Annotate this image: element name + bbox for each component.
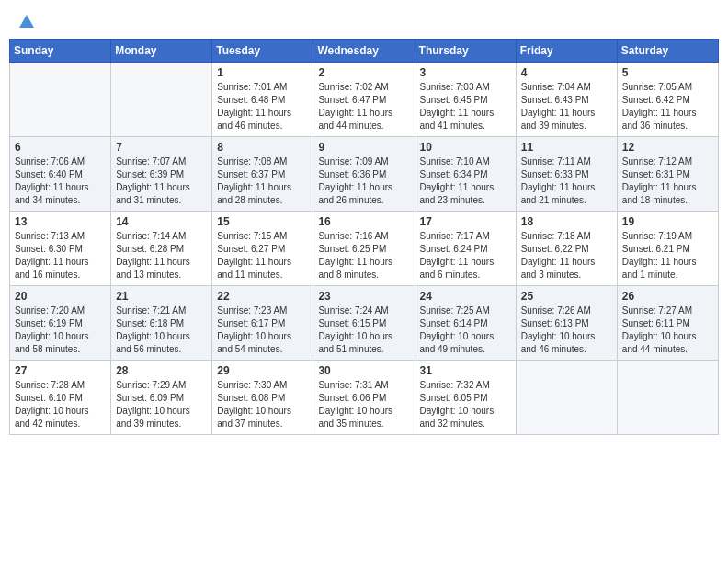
day-number: 2 [318, 66, 409, 79]
calendar-cell: 2Sunrise: 7:02 AMSunset: 6:47 PMDaylight… [313, 63, 415, 137]
calendar-cell: 29Sunrise: 7:30 AMSunset: 6:08 PMDayligh… [212, 361, 313, 435]
day-number: 28 [116, 364, 207, 377]
day-number: 12 [622, 141, 713, 154]
calendar-cell: 26Sunrise: 7:27 AMSunset: 6:11 PMDayligh… [617, 286, 718, 361]
day-number: 30 [318, 364, 409, 377]
day-number: 11 [521, 141, 612, 154]
day-number: 22 [217, 290, 308, 303]
day-number: 23 [318, 290, 409, 303]
calendar-cell: 20Sunrise: 7:20 AMSunset: 6:19 PMDayligh… [10, 286, 111, 361]
cell-content: Sunrise: 7:23 AMSunset: 6:17 PMDaylight:… [217, 304, 308, 356]
cell-content: Sunrise: 7:12 AMSunset: 6:31 PMDaylight:… [622, 155, 713, 207]
day-header-monday: Monday [111, 40, 212, 63]
cell-content: Sunrise: 7:01 AMSunset: 6:48 PMDaylight:… [217, 81, 308, 132]
days-header-row: SundayMondayTuesdayWednesdayThursdayFrid… [10, 40, 719, 63]
calendar-cell: 22Sunrise: 7:23 AMSunset: 6:17 PMDayligh… [212, 286, 313, 361]
cell-content: Sunrise: 7:14 AMSunset: 6:28 PMDaylight:… [116, 230, 207, 282]
calendar-cell: 11Sunrise: 7:11 AMSunset: 6:33 PMDayligh… [516, 137, 617, 212]
cell-content: Sunrise: 7:06 AMSunset: 6:40 PMDaylight:… [15, 155, 106, 207]
day-number: 29 [217, 364, 308, 377]
week-row-2: 6Sunrise: 7:06 AMSunset: 6:40 PMDaylight… [10, 137, 719, 212]
day-number: 25 [521, 290, 612, 303]
day-number: 20 [15, 290, 106, 303]
calendar-cell [10, 63, 111, 137]
calendar-cell: 25Sunrise: 7:26 AMSunset: 6:13 PMDayligh… [516, 286, 617, 361]
cell-content: Sunrise: 7:29 AMSunset: 6:09 PMDaylight:… [116, 379, 207, 431]
cell-content: Sunrise: 7:18 AMSunset: 6:22 PMDaylight:… [521, 230, 612, 282]
calendar-cell: 12Sunrise: 7:12 AMSunset: 6:31 PMDayligh… [617, 137, 718, 212]
calendar-cell: 16Sunrise: 7:16 AMSunset: 6:25 PMDayligh… [313, 212, 415, 286]
logo-icon [18, 13, 35, 29]
calendar-cell: 21Sunrise: 7:21 AMSunset: 6:18 PMDayligh… [111, 286, 212, 361]
day-number: 5 [622, 66, 713, 79]
cell-content: Sunrise: 7:04 AMSunset: 6:43 PMDaylight:… [521, 81, 612, 132]
calendar-cell: 31Sunrise: 7:32 AMSunset: 6:05 PMDayligh… [415, 361, 516, 435]
day-number: 26 [622, 290, 713, 303]
calendar-cell: 8Sunrise: 7:08 AMSunset: 6:37 PMDaylight… [212, 137, 313, 212]
cell-content: Sunrise: 7:31 AMSunset: 6:06 PMDaylight:… [318, 379, 409, 431]
cell-content: Sunrise: 7:28 AMSunset: 6:10 PMDaylight:… [15, 379, 106, 431]
day-number: 24 [420, 290, 511, 303]
calendar-cell: 10Sunrise: 7:10 AMSunset: 6:34 PMDayligh… [415, 137, 516, 212]
calendar-cell: 18Sunrise: 7:18 AMSunset: 6:22 PMDayligh… [516, 212, 617, 286]
cell-content: Sunrise: 7:08 AMSunset: 6:37 PMDaylight:… [217, 155, 308, 207]
calendar-cell: 24Sunrise: 7:25 AMSunset: 6:14 PMDayligh… [415, 286, 516, 361]
cell-content: Sunrise: 7:24 AMSunset: 6:15 PMDaylight:… [318, 304, 409, 356]
calendar-cell: 1Sunrise: 7:01 AMSunset: 6:48 PMDaylight… [212, 63, 313, 137]
cell-content: Sunrise: 7:27 AMSunset: 6:11 PMDaylight:… [622, 304, 713, 356]
day-number: 27 [15, 364, 106, 377]
cell-content: Sunrise: 7:03 AMSunset: 6:45 PMDaylight:… [420, 81, 511, 132]
day-number: 1 [217, 66, 308, 79]
week-row-3: 13Sunrise: 7:13 AMSunset: 6:30 PMDayligh… [10, 212, 719, 286]
day-number: 3 [420, 66, 511, 79]
week-row-1: 1Sunrise: 7:01 AMSunset: 6:48 PMDaylight… [10, 63, 719, 137]
day-number: 7 [116, 141, 207, 154]
day-header-thursday: Thursday [415, 40, 516, 63]
calendar-cell: 27Sunrise: 7:28 AMSunset: 6:10 PMDayligh… [10, 361, 111, 435]
cell-content: Sunrise: 7:17 AMSunset: 6:24 PMDaylight:… [420, 230, 511, 282]
cell-content: Sunrise: 7:20 AMSunset: 6:19 PMDaylight:… [15, 304, 106, 356]
week-row-4: 20Sunrise: 7:20 AMSunset: 6:19 PMDayligh… [10, 286, 719, 361]
cell-content: Sunrise: 7:07 AMSunset: 6:39 PMDaylight:… [116, 155, 207, 207]
calendar-cell: 5Sunrise: 7:05 AMSunset: 6:42 PMDaylight… [617, 63, 718, 137]
calendar-cell: 13Sunrise: 7:13 AMSunset: 6:30 PMDayligh… [10, 212, 111, 286]
page-header [9, 9, 719, 31]
cell-content: Sunrise: 7:10 AMSunset: 6:34 PMDaylight:… [420, 155, 511, 207]
day-header-friday: Friday [516, 40, 617, 63]
day-header-sunday: Sunday [10, 40, 111, 63]
calendar-cell: 15Sunrise: 7:15 AMSunset: 6:27 PMDayligh… [212, 212, 313, 286]
day-number: 4 [521, 66, 612, 79]
cell-content: Sunrise: 7:25 AMSunset: 6:14 PMDaylight:… [420, 304, 511, 356]
cell-content: Sunrise: 7:21 AMSunset: 6:18 PMDaylight:… [116, 304, 207, 356]
day-number: 18 [521, 215, 612, 228]
day-number: 16 [318, 215, 409, 228]
day-number: 31 [420, 364, 511, 377]
day-number: 17 [420, 215, 511, 228]
cell-content: Sunrise: 7:05 AMSunset: 6:42 PMDaylight:… [622, 81, 713, 132]
day-number: 14 [116, 215, 207, 228]
calendar-cell: 3Sunrise: 7:03 AMSunset: 6:45 PMDaylight… [415, 63, 516, 137]
day-number: 10 [420, 141, 511, 154]
day-number: 15 [217, 215, 308, 228]
cell-content: Sunrise: 7:13 AMSunset: 6:30 PMDaylight:… [15, 230, 106, 282]
cell-content: Sunrise: 7:11 AMSunset: 6:33 PMDaylight:… [521, 155, 612, 207]
day-number: 13 [15, 215, 106, 228]
calendar-table: SundayMondayTuesdayWednesdayThursdayFrid… [9, 39, 719, 435]
day-number: 21 [116, 290, 207, 303]
cell-content: Sunrise: 7:32 AMSunset: 6:05 PMDaylight:… [420, 379, 511, 431]
calendar-cell [111, 63, 212, 137]
calendar-cell: 14Sunrise: 7:14 AMSunset: 6:28 PMDayligh… [111, 212, 212, 286]
cell-content: Sunrise: 7:16 AMSunset: 6:25 PMDaylight:… [318, 230, 409, 282]
day-number: 19 [622, 215, 713, 228]
week-row-5: 27Sunrise: 7:28 AMSunset: 6:10 PMDayligh… [10, 361, 719, 435]
logo [17, 15, 35, 26]
calendar-cell: 7Sunrise: 7:07 AMSunset: 6:39 PMDaylight… [111, 137, 212, 212]
calendar-cell [617, 361, 718, 435]
day-header-wednesday: Wednesday [313, 40, 415, 63]
calendar-cell: 19Sunrise: 7:19 AMSunset: 6:21 PMDayligh… [617, 212, 718, 286]
calendar-cell: 23Sunrise: 7:24 AMSunset: 6:15 PMDayligh… [313, 286, 415, 361]
cell-content: Sunrise: 7:09 AMSunset: 6:36 PMDaylight:… [318, 155, 409, 207]
calendar-cell: 17Sunrise: 7:17 AMSunset: 6:24 PMDayligh… [415, 212, 516, 286]
day-number: 8 [217, 141, 308, 154]
day-header-saturday: Saturday [617, 40, 718, 63]
